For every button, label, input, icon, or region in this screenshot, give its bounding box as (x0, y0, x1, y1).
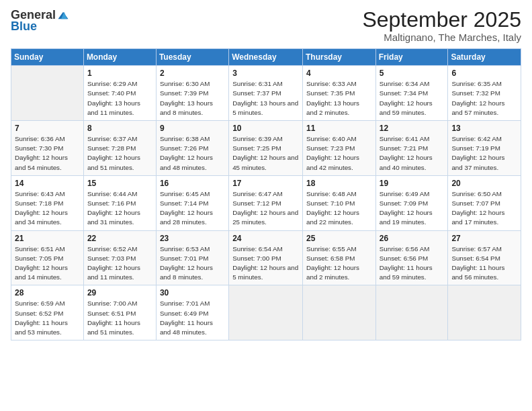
daylight: Daylight: 12 hours and 34 minutes. (15, 209, 68, 226)
calendar-cell: 26Sunrise: 6:56 AMSunset: 6:56 PMDayligh… (375, 230, 448, 285)
day-info: Sunrise: 6:51 AMSunset: 7:05 PMDaylight:… (15, 244, 80, 283)
sunset: Sunset: 7:19 PM (451, 144, 500, 152)
sunrise: Sunrise: 6:34 AM (380, 80, 430, 87)
day-info: Sunrise: 6:41 AMSunset: 7:21 PMDaylight:… (380, 134, 445, 173)
sunset: Sunset: 7:05 PM (15, 255, 63, 262)
calendar-week-1: 1Sunrise: 6:29 AMSunset: 7:40 PMDaylight… (11, 66, 521, 121)
calendar-cell: 22Sunrise: 6:52 AMSunset: 7:03 PMDayligh… (83, 230, 156, 285)
daylight: Daylight: 12 hours and 48 minutes. (160, 154, 213, 171)
daylight: Daylight: 11 hours and 53 minutes. (15, 319, 68, 336)
calendar-cell: 5Sunrise: 6:34 AMSunset: 7:34 PMDaylight… (375, 66, 448, 121)
day-info: Sunrise: 6:39 AMSunset: 7:25 PMDaylight:… (232, 134, 299, 173)
col-monday: Monday (83, 49, 156, 66)
day-number: 12 (380, 124, 445, 133)
col-tuesday: Tuesday (156, 49, 228, 66)
sunset: Sunset: 7:09 PM (380, 199, 428, 207)
day-number: 24 (232, 234, 299, 243)
calendar-cell: 18Sunrise: 6:48 AMSunset: 7:10 PMDayligh… (303, 175, 376, 230)
sunset: Sunset: 7:03 PM (87, 255, 136, 262)
calendar-cell: 3Sunrise: 6:31 AMSunset: 7:37 PMDaylight… (229, 66, 303, 121)
sunset: Sunset: 7:25 PM (232, 144, 281, 152)
sunset: Sunset: 7:21 PM (380, 144, 428, 152)
day-info: Sunrise: 6:59 AMSunset: 6:52 PMDaylight:… (15, 299, 80, 337)
day-number: 21 (15, 234, 80, 243)
sunrise: Sunrise: 6:33 AM (306, 80, 357, 87)
day-info: Sunrise: 6:29 AMSunset: 7:40 PMDaylight:… (87, 79, 152, 118)
day-info: Sunrise: 6:54 AMSunset: 7:00 PMDaylight:… (232, 244, 299, 283)
calendar-cell: 29Sunrise: 7:00 AMSunset: 6:51 PMDayligh… (83, 285, 156, 340)
sunset: Sunset: 6:49 PM (160, 310, 208, 317)
daylight: Daylight: 11 hours and 59 minutes. (380, 264, 433, 281)
daylight: Daylight: 12 hours and 42 minutes. (306, 154, 359, 171)
day-number: 17 (232, 179, 299, 188)
daylight: Daylight: 12 hours and 19 minutes. (380, 209, 433, 226)
daylight: Daylight: 11 hours and 48 minutes. (160, 319, 213, 336)
sunset: Sunset: 7:18 PM (15, 199, 63, 207)
sunset: Sunset: 7:35 PM (306, 89, 355, 97)
sunrise: Sunrise: 6:41 AM (380, 135, 430, 142)
page-subtitle: Maltignano, The Marches, Italy (362, 32, 521, 43)
day-number: 1 (87, 68, 152, 78)
daylight: Daylight: 13 hours and 8 minutes. (160, 99, 213, 116)
logo-blue: Blue (11, 19, 37, 34)
calendar-cell (229, 285, 303, 340)
day-info: Sunrise: 6:33 AMSunset: 7:35 PMDaylight:… (306, 79, 372, 118)
day-number: 30 (160, 288, 225, 298)
col-friday: Friday (375, 49, 448, 66)
day-info: Sunrise: 6:30 AMSunset: 7:39 PMDaylight:… (160, 79, 225, 118)
daylight: Daylight: 12 hours and 14 minutes. (15, 264, 68, 281)
day-number: 7 (15, 124, 80, 133)
sunrise: Sunrise: 6:30 AM (160, 80, 210, 87)
day-number: 5 (380, 68, 445, 78)
logo: General Blue (11, 8, 69, 34)
sunset: Sunset: 7:37 PM (232, 89, 281, 97)
daylight: Daylight: 12 hours and 17 minutes. (451, 209, 504, 226)
calendar-cell: 7Sunrise: 6:36 AMSunset: 7:30 PMDaylight… (11, 121, 84, 176)
calendar-header-row: Sunday Monday Tuesday Wednesday Thursday… (11, 49, 521, 66)
sunset: Sunset: 7:23 PM (306, 144, 355, 152)
day-number: 22 (87, 234, 152, 243)
calendar-cell (303, 285, 376, 340)
day-info: Sunrise: 6:37 AMSunset: 7:28 PMDaylight:… (87, 134, 152, 173)
calendar-cell: 14Sunrise: 6:43 AMSunset: 7:18 PMDayligh… (11, 175, 84, 230)
header: General Blue September 2025 Maltignano, … (11, 8, 521, 43)
day-number: 23 (160, 234, 225, 243)
sunrise: Sunrise: 6:40 AM (306, 135, 357, 142)
sunrise: Sunrise: 6:38 AM (160, 135, 210, 142)
day-number: 2 (160, 68, 225, 78)
day-number: 15 (87, 179, 152, 188)
daylight: Daylight: 12 hours and 2 minutes. (306, 264, 359, 281)
day-info: Sunrise: 6:42 AMSunset: 7:19 PMDaylight:… (451, 134, 517, 173)
day-info: Sunrise: 6:44 AMSunset: 7:16 PMDaylight:… (87, 189, 152, 228)
day-info: Sunrise: 7:01 AMSunset: 6:49 PMDaylight:… (160, 299, 225, 337)
calendar-week-4: 21Sunrise: 6:51 AMSunset: 7:05 PMDayligh… (11, 230, 521, 285)
day-number: 28 (15, 288, 80, 298)
daylight: Daylight: 13 hours and 11 minutes. (87, 99, 140, 116)
daylight: Daylight: 13 hours and 5 minutes. (232, 99, 298, 116)
daylight: Daylight: 13 hours and 2 minutes. (306, 99, 359, 116)
calendar-cell: 10Sunrise: 6:39 AMSunset: 7:25 PMDayligh… (229, 121, 303, 176)
sunset: Sunset: 6:52 PM (15, 310, 63, 317)
sunset: Sunset: 6:51 PM (87, 310, 136, 317)
day-info: Sunrise: 6:53 AMSunset: 7:01 PMDaylight:… (160, 244, 225, 283)
sunset: Sunset: 7:39 PM (160, 89, 208, 97)
page: General Blue September 2025 Maltignano, … (0, 0, 532, 411)
sunrise: Sunrise: 6:31 AM (232, 80, 283, 87)
day-info: Sunrise: 6:57 AMSunset: 6:54 PMDaylight:… (451, 244, 517, 283)
sunrise: Sunrise: 6:53 AM (160, 245, 210, 253)
sunrise: Sunrise: 6:57 AM (451, 245, 502, 253)
day-info: Sunrise: 6:35 AMSunset: 7:32 PMDaylight:… (451, 79, 517, 118)
daylight: Daylight: 12 hours and 40 minutes. (380, 154, 433, 171)
sunrise: Sunrise: 6:42 AM (451, 135, 502, 142)
daylight: Daylight: 12 hours and 5 minutes. (232, 264, 298, 281)
day-number: 18 (306, 179, 372, 188)
calendar-cell: 1Sunrise: 6:29 AMSunset: 7:40 PMDaylight… (83, 66, 156, 121)
calendar-week-2: 7Sunrise: 6:36 AMSunset: 7:30 PMDaylight… (11, 121, 521, 176)
calendar-cell: 27Sunrise: 6:57 AMSunset: 6:54 PMDayligh… (448, 230, 521, 285)
calendar-cell: 24Sunrise: 6:54 AMSunset: 7:00 PMDayligh… (229, 230, 303, 285)
calendar-week-5: 28Sunrise: 6:59 AMSunset: 6:52 PMDayligh… (11, 285, 521, 340)
daylight: Daylight: 12 hours and 22 minutes. (306, 209, 359, 226)
calendar-cell: 21Sunrise: 6:51 AMSunset: 7:05 PMDayligh… (11, 230, 84, 285)
sunset: Sunset: 7:32 PM (451, 89, 500, 97)
sunrise: Sunrise: 6:50 AM (451, 190, 502, 197)
